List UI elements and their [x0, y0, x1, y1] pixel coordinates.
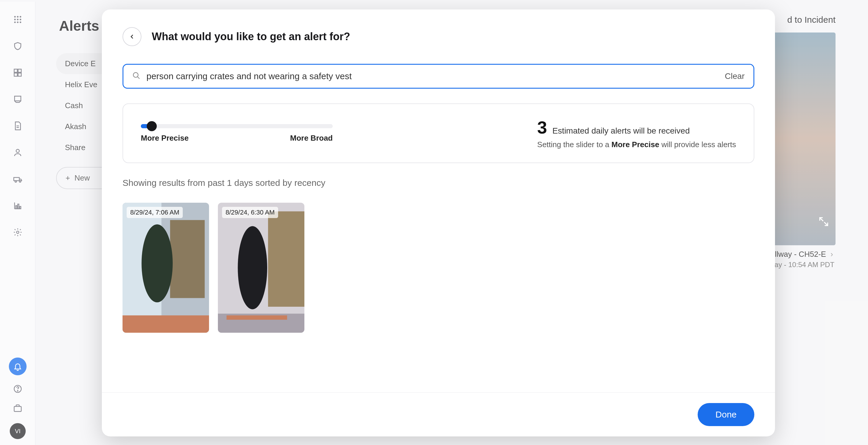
- thumbnail-timestamp: 8/29/24, 7:06 AM: [127, 207, 183, 218]
- svg-point-32: [238, 226, 267, 309]
- clear-button[interactable]: Clear: [725, 71, 745, 81]
- modal-header: What would you like to get an alert for?: [102, 9, 775, 58]
- precision-slider-column: More Precise More Broad: [141, 124, 333, 143]
- alert-query-input[interactable]: [147, 71, 719, 81]
- slider-thumb[interactable]: [147, 121, 157, 131]
- estimate-column: 3 Estimated daily alerts will be receive…: [537, 117, 736, 149]
- alert-config-modal: What would you like to get an alert for?…: [102, 9, 775, 437]
- estimated-text: Estimated daily alerts will be received: [552, 126, 690, 136]
- estimate-subtext: Setting the slider to a More Precise wil…: [537, 140, 736, 149]
- svg-rect-27: [170, 220, 205, 298]
- slider-label-broad: More Broad: [290, 134, 333, 143]
- thumbnail-timestamp: 8/29/24, 6:30 AM: [222, 207, 278, 218]
- search-icon: [132, 71, 141, 81]
- back-button[interactable]: [123, 27, 142, 46]
- slider-label-precise: More Precise: [141, 134, 189, 143]
- precision-panel: More Precise More Broad 3 Estimated dail…: [123, 103, 754, 163]
- svg-point-28: [142, 224, 173, 302]
- svg-point-24: [133, 73, 138, 78]
- svg-rect-29: [123, 315, 209, 333]
- modal-footer: Done: [102, 392, 775, 437]
- result-thumbnail[interactable]: 8/29/24, 7:06 AM: [123, 203, 209, 333]
- done-button[interactable]: Done: [698, 403, 754, 426]
- modal-title: What would you like to get an alert for?: [152, 30, 350, 43]
- result-thumbnails: 8/29/24, 7:06 AM 8/29/24, 6:30 AM: [123, 203, 754, 333]
- result-thumbnail[interactable]: 8/29/24, 6:30 AM: [218, 203, 304, 333]
- results-note: Showing results from past 1 days sorted …: [123, 178, 754, 188]
- alert-query-field[interactable]: Clear: [123, 64, 754, 89]
- estimated-count: 3: [537, 117, 547, 138]
- svg-rect-34: [226, 315, 287, 320]
- precision-slider[interactable]: [141, 124, 333, 128]
- svg-rect-31: [268, 211, 304, 307]
